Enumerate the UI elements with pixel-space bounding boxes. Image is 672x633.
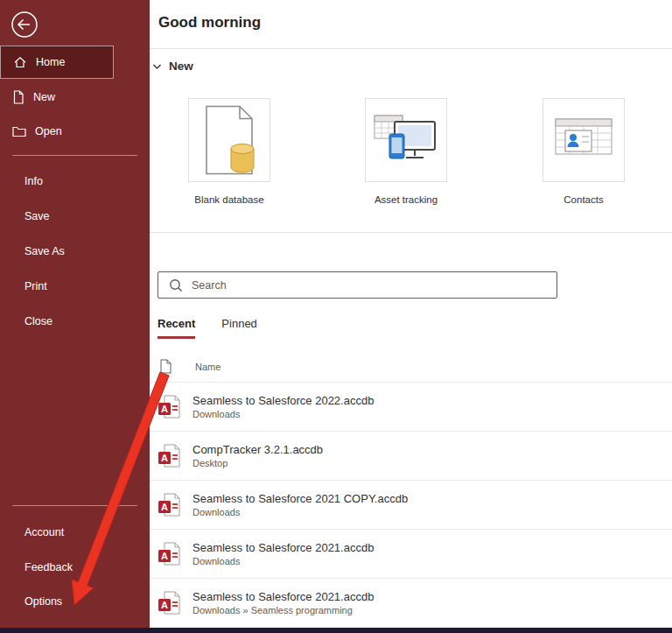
sidebar-item-new[interactable]: New	[0, 81, 150, 114]
sidebar-item-label: Home	[36, 56, 65, 68]
back-icon	[9, 9, 40, 40]
sidebar-item-label: Options	[24, 595, 62, 608]
template-label: Blank database	[194, 194, 263, 205]
sidebar-item-info[interactable]: Info	[0, 165, 150, 198]
back-button[interactable]	[9, 9, 40, 40]
sidebar-item-save[interactable]: Save	[0, 200, 150, 233]
sidebar-item-label: Account	[24, 526, 64, 538]
sidebar-item-label: Feedback	[24, 561, 73, 573]
template-thumbnail	[365, 98, 447, 182]
document-icon	[159, 359, 172, 374]
backstage-main: Good morning New Blank database	[150, 0, 672, 633]
template-card-blank-database[interactable]: Blank database	[168, 98, 290, 205]
access-file-icon: A	[158, 542, 182, 566]
access-file-icon: A	[158, 591, 182, 615]
template-thumbnail	[542, 98, 625, 182]
sidebar-separator	[12, 155, 137, 156]
sidebar-item-label: Close	[24, 315, 52, 327]
new-section-header[interactable]: New	[152, 60, 193, 73]
file-title: Seamless to Salesforce 2021 COPY.accdb	[192, 492, 408, 505]
file-location: Downloads » Seamless programming	[192, 605, 374, 615]
home-icon	[13, 55, 27, 69]
sidebar-item-label: Open	[35, 125, 62, 137]
template-card-contacts[interactable]: Contacts	[522, 98, 645, 205]
template-card-asset-tracking[interactable]: Asset tracking	[345, 98, 467, 205]
file-location: Downloads	[192, 409, 374, 419]
sidebar-item-feedback[interactable]: Feedback	[0, 551, 150, 584]
svg-text:A: A	[161, 551, 168, 561]
sidebar-item-label: New	[33, 91, 55, 103]
chevron-down-icon	[152, 63, 162, 70]
open-folder-icon	[12, 125, 26, 137]
file-row[interactable]: A Seamless to Salesforce 2021 COPY.accdb…	[150, 481, 672, 530]
svg-text:A: A	[161, 453, 168, 463]
file-meta: CompTracker 3.2.1.accdb Desktop	[192, 443, 323, 468]
sidebar-item-label: Save As	[24, 245, 65, 257]
file-tabs: Recent Pinned	[158, 317, 257, 339]
header-divider	[150, 48, 672, 49]
template-label: Contacts	[564, 194, 603, 205]
template-thumbnail	[188, 98, 270, 182]
file-row[interactable]: A CompTracker 3.2.1.accdb Desktop	[150, 432, 672, 481]
file-title: Seamless to Salesforce 2022.accdb	[192, 394, 374, 407]
file-row[interactable]: A Seamless to Salesforce 2021.accdb Down…	[150, 530, 672, 579]
search-icon	[169, 278, 183, 292]
new-section-label: New	[169, 60, 193, 73]
file-location: Downloads	[192, 556, 374, 566]
file-title: CompTracker 3.2.1.accdb	[192, 443, 323, 456]
template-label: Asset tracking	[374, 194, 438, 205]
name-column-header: Name	[195, 362, 220, 372]
search-input[interactable]	[192, 279, 546, 292]
access-file-icon: A	[158, 444, 182, 468]
svg-text:A: A	[161, 502, 168, 512]
file-row[interactable]: A Seamless to Salesforce 2021.accdb Down…	[150, 579, 672, 628]
file-meta: Seamless to Salesforce 2021.accdb Downlo…	[192, 541, 374, 566]
sidebar-item-close[interactable]: Close	[0, 305, 150, 338]
file-meta: Seamless to Salesforce 2021 COPY.accdb D…	[192, 492, 408, 517]
asset-tracking-icon	[374, 115, 438, 165]
file-meta: Seamless to Salesforce 2021.accdb Downlo…	[192, 590, 374, 615]
file-location: Downloads	[192, 507, 408, 517]
blank-database-icon	[202, 105, 256, 175]
file-meta: Seamless to Salesforce 2022.accdb Downlo…	[192, 394, 374, 419]
sidebar-item-save-as[interactable]: Save As	[0, 235, 150, 268]
tab-pinned[interactable]: Pinned	[221, 317, 256, 339]
sidebar-item-label: Info	[24, 175, 43, 187]
tab-recent[interactable]: Recent	[158, 317, 195, 339]
recent-file-list: A Seamless to Salesforce 2022.accdb Down…	[150, 383, 672, 628]
access-file-icon: A	[158, 395, 182, 419]
sidebar-item-print[interactable]: Print	[0, 270, 150, 303]
sidebar-item-label: Save	[24, 210, 50, 222]
list-header: Name	[159, 359, 220, 374]
file-title: Seamless to Salesforce 2021.accdb	[192, 590, 374, 603]
sidebar-item-label: Print	[24, 280, 47, 292]
access-file-icon: A	[158, 493, 182, 517]
page-title: Good morning	[158, 14, 261, 32]
svg-text:A: A	[161, 404, 168, 414]
sidebar-item-account[interactable]: Account	[0, 516, 150, 549]
sidebar-separator	[12, 505, 137, 506]
sidebar-item-open[interactable]: Open	[0, 115, 150, 148]
window-bottom-edge	[0, 628, 672, 633]
svg-text:A: A	[161, 600, 168, 610]
sidebar-item-options[interactable]: Options	[0, 585, 150, 618]
backstage-sidebar: Home New Open Info Save Save As Print Cl…	[0, 0, 150, 633]
file-title: Seamless to Salesforce 2021.accdb	[192, 541, 374, 554]
new-document-icon	[12, 90, 24, 104]
search-box[interactable]	[158, 271, 557, 299]
file-row[interactable]: A Seamless to Salesforce 2022.accdb Down…	[150, 383, 672, 432]
sidebar-item-home[interactable]: Home	[0, 46, 114, 79]
file-location: Desktop	[192, 458, 323, 468]
section-divider	[150, 232, 672, 233]
contacts-icon	[555, 118, 612, 162]
